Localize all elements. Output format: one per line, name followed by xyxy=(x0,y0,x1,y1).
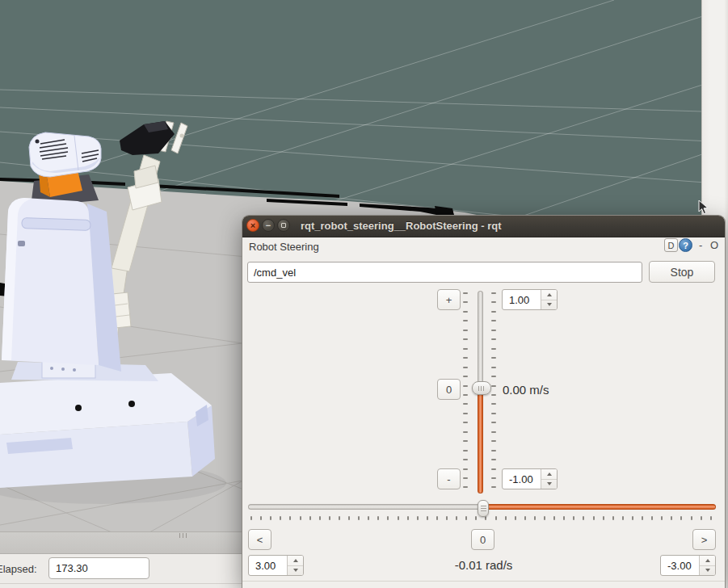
angular-velocity-readout: -0.01 rad/s xyxy=(242,558,725,572)
grip-icon xyxy=(478,386,486,391)
spin-down-button[interactable] xyxy=(541,300,557,310)
linear-max-spinbox[interactable]: 1.00 xyxy=(502,289,558,310)
desktop: Elapsed: × − rqt_robot_steering__RobotSt… xyxy=(0,0,728,588)
chevron-down-icon xyxy=(547,482,552,485)
dock-button[interactable]: D xyxy=(664,238,678,252)
help-icon[interactable]: ? xyxy=(679,238,692,252)
elapsed-label: Elapsed: xyxy=(0,563,37,575)
rqt-robot-steering-window: × − rqt_robot_steering__RobotSteering - … xyxy=(242,216,725,588)
angular-slider-groove-right[interactable] xyxy=(480,504,716,510)
mouse-cursor xyxy=(698,200,711,215)
close-button[interactable]: × xyxy=(246,219,259,232)
plugin-float-button[interactable]: O xyxy=(710,239,718,251)
linear-max-value: 1.00 xyxy=(503,290,541,309)
linear-slider-groove-lower[interactable] xyxy=(478,387,483,494)
divider xyxy=(0,583,243,584)
maximize-button[interactable] xyxy=(277,219,290,232)
panel-grip-handle[interactable] xyxy=(179,533,192,538)
linear-slider-handle[interactable] xyxy=(472,381,491,395)
minimize-button[interactable]: − xyxy=(262,219,275,232)
elapsed-time-field[interactable] xyxy=(48,557,149,579)
linear-increase-button[interactable]: + xyxy=(437,289,461,310)
linear-velocity-readout: 0.00 m/s xyxy=(503,383,549,397)
chevron-up-icon xyxy=(547,293,552,296)
angular-slider-groove-left[interactable] xyxy=(248,504,480,510)
topic-input[interactable] xyxy=(247,262,642,283)
angular-right-button[interactable]: > xyxy=(692,529,716,550)
plugin-title: Robot Steering xyxy=(249,241,319,253)
window-status-line xyxy=(242,581,725,588)
linear-zero-button[interactable]: 0 xyxy=(437,379,461,400)
linear-min-value: -1.00 xyxy=(503,469,541,489)
angular-zero-button[interactable]: 0 xyxy=(471,529,494,550)
grip-icon xyxy=(481,506,487,513)
angular-left-button[interactable]: < xyxy=(248,529,271,550)
stop-button[interactable]: Stop xyxy=(649,261,715,283)
spin-down-button[interactable] xyxy=(541,480,557,489)
angular-slider-handle[interactable] xyxy=(478,500,489,517)
spin-up-button[interactable] xyxy=(541,290,557,300)
linear-decrease-button[interactable]: - xyxy=(437,468,461,489)
window-title: rqt_robot_steering__RobotSteering - rqt xyxy=(301,220,501,232)
chevron-down-icon xyxy=(547,303,552,306)
gazebo-playback-toolbar xyxy=(0,531,243,554)
maximize-icon xyxy=(281,223,286,228)
linear-slider-groove-upper[interactable] xyxy=(478,291,483,387)
chevron-up-icon xyxy=(547,472,552,476)
plugin-minimize-button[interactable]: - xyxy=(699,239,702,251)
linear-min-spinbox[interactable]: -1.00 xyxy=(502,468,558,489)
window-titlebar[interactable]: × − rqt_robot_steering__RobotSteering - … xyxy=(242,216,725,237)
spin-up-button[interactable] xyxy=(541,469,557,480)
